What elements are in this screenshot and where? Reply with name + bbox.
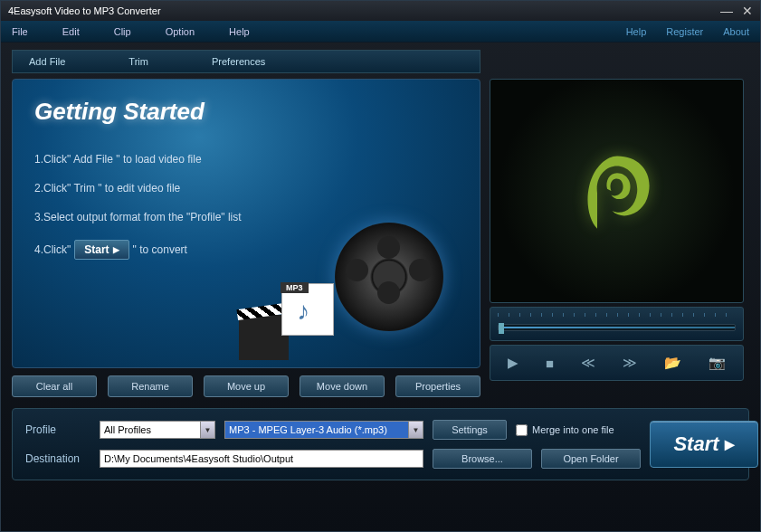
seek-area	[490, 307, 744, 341]
link-about[interactable]: About	[723, 26, 749, 37]
menu-clip[interactable]: Clip	[114, 26, 131, 37]
properties-button[interactable]: Properties	[395, 375, 480, 397]
next-icon[interactable]: ≫	[623, 355, 637, 371]
step-2: 2.Click" Trim " to edit video file	[34, 182, 458, 195]
settings-button[interactable]: Settings	[433, 420, 507, 440]
minimize-icon[interactable]: —	[720, 5, 733, 17]
titlebar: 4Easysoft Video to MP3 Converter — ✕	[1, 1, 760, 21]
clear-all-button[interactable]: Clear all	[12, 375, 97, 397]
toolbar: Add File Trim Preferences	[12, 50, 480, 73]
move-down-button[interactable]: Move down	[300, 375, 385, 397]
rename-button[interactable]: Rename	[108, 375, 193, 397]
destination-input[interactable]: D:\My Documents\4Easysoft Studio\Output	[100, 450, 423, 468]
link-register[interactable]: Register	[666, 26, 703, 37]
menu-option[interactable]: Option	[166, 26, 195, 37]
window-title: 4Easysoft Video to MP3 Converter	[8, 5, 720, 16]
bottom-panel: Profile All Profiles ▼ MP3 - MPEG Layer-…	[12, 408, 749, 480]
toolbar-preferences[interactable]: Preferences	[212, 56, 265, 67]
merge-checkbox[interactable]: Merge into one file	[516, 424, 641, 436]
link-help[interactable]: Help	[626, 26, 647, 37]
mp3-graphic: ♪	[239, 283, 334, 360]
start-inline-button: Start	[74, 240, 128, 260]
menubar: File Edit Clip Option Help Help Register…	[1, 21, 760, 43]
move-up-button[interactable]: Move up	[204, 375, 289, 397]
chevron-down-icon: ▼	[200, 422, 214, 438]
video-preview	[490, 79, 744, 303]
getting-started-panel: Getting Started 1.Click" Add File " to l…	[12, 79, 480, 368]
seek-bar[interactable]	[498, 324, 736, 331]
stop-icon[interactable]: ■	[546, 356, 554, 371]
app-window: 4Easysoft Video to MP3 Converter — ✕ Fil…	[0, 0, 761, 532]
open-folder-button[interactable]: Open Folder	[541, 449, 641, 469]
snapshot-icon[interactable]: 📷	[709, 355, 726, 371]
menu-edit[interactable]: Edit	[62, 26, 80, 37]
menu-help[interactable]: Help	[229, 26, 250, 37]
profile-filter-select[interactable]: All Profiles ▼	[100, 421, 215, 439]
logo-icon	[567, 141, 667, 241]
panel-title: Getting Started	[34, 98, 458, 126]
profile-format-select[interactable]: MP3 - MPEG Layer-3 Audio (*.mp3) ▼	[224, 421, 423, 439]
toolbar-trim[interactable]: Trim	[128, 56, 148, 67]
browse-button[interactable]: Browse...	[433, 449, 532, 469]
open-icon[interactable]: 📂	[664, 355, 681, 371]
close-icon[interactable]: ✕	[742, 5, 753, 17]
step-1: 1.Click" Add File " to load video file	[34, 153, 458, 166]
profile-label: Profile	[25, 423, 90, 436]
start-button[interactable]: Start	[650, 421, 758, 468]
toolbar-add-file[interactable]: Add File	[29, 56, 65, 67]
menu-file[interactable]: File	[12, 26, 28, 37]
play-icon[interactable]: ▶	[508, 355, 518, 371]
destination-label: Destination	[25, 452, 90, 465]
prev-icon[interactable]: ≪	[581, 355, 595, 371]
chevron-down-icon: ▼	[408, 422, 423, 438]
